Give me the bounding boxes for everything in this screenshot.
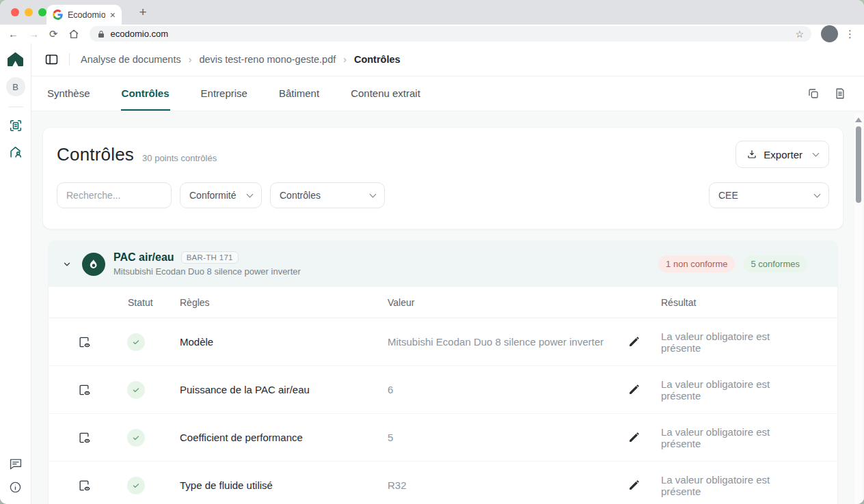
scrollbar-thumb[interactable] bbox=[856, 126, 861, 203]
rule-value: R32 bbox=[388, 479, 617, 491]
collapse-chevron-icon[interactable] bbox=[62, 260, 72, 269]
section-title: PAC air/eau bbox=[113, 251, 174, 264]
column-header-value: Valeur bbox=[388, 297, 617, 308]
check-icon bbox=[132, 338, 140, 346]
forward-icon[interactable]: → bbox=[29, 29, 39, 39]
cee-filter-select[interactable]: CEE bbox=[709, 182, 829, 208]
rule-result: La valeur obligatoire est présente bbox=[661, 426, 837, 449]
minimize-window-button[interactable] bbox=[25, 8, 33, 16]
conformity-filter-select[interactable]: Conformité bbox=[180, 182, 262, 208]
tab-controles[interactable]: Contrôles bbox=[121, 76, 170, 111]
edit-pencil-icon[interactable] bbox=[628, 384, 640, 395]
tab-synthese[interactable]: Synthèse bbox=[46, 76, 91, 111]
column-header-rule: Règles bbox=[158, 297, 388, 308]
edit-pencil-icon[interactable] bbox=[628, 336, 640, 348]
cee-filter-label: CEE bbox=[718, 190, 738, 201]
rule-value: 5 bbox=[388, 432, 617, 443]
ecodomio-logo[interactable] bbox=[7, 52, 24, 67]
rule-result: La valeur obligatoire est présente bbox=[661, 474, 837, 497]
zoom-window-button[interactable] bbox=[38, 8, 46, 16]
lock-icon bbox=[97, 30, 105, 38]
page-title: Contrôles bbox=[57, 144, 134, 165]
new-tab-button[interactable]: + bbox=[134, 3, 152, 21]
controls-card: Contrôles 30 points contrôlés Exporter C… bbox=[42, 127, 843, 229]
rule-value: 6 bbox=[388, 384, 617, 395]
copy-icon[interactable] bbox=[807, 87, 820, 100]
non-conform-badge: 1 non conforme bbox=[658, 255, 735, 272]
reload-icon[interactable]: ⟳ bbox=[49, 29, 58, 39]
controls-filter-label: Contrôles bbox=[280, 190, 321, 201]
view-in-document-icon[interactable] bbox=[77, 383, 91, 397]
google-favicon bbox=[53, 10, 63, 20]
bookmark-star-icon[interactable]: ☆ bbox=[795, 29, 804, 40]
breadcrumb-item-document[interactable]: devis test-reno mono-geste.pdf bbox=[199, 54, 336, 65]
chevron-down-icon bbox=[247, 191, 254, 198]
document-icon[interactable] bbox=[834, 87, 846, 100]
breadcrumb-item-analyse[interactable]: Analyse de documents bbox=[81, 54, 181, 65]
traffic-lights bbox=[11, 8, 46, 16]
controls-count: 30 points contrôlés bbox=[142, 153, 217, 163]
document-scan-icon bbox=[8, 118, 23, 133]
view-in-document-icon[interactable] bbox=[77, 431, 91, 445]
tab-contenu-extrait[interactable]: Contenu extrait bbox=[350, 76, 421, 111]
browser-window: Ecodomio × + ← → ⟳ ecodomio.com ☆ ⋮ B bbox=[0, 0, 864, 504]
close-window-button[interactable] bbox=[11, 8, 19, 16]
table-row: Modèle Mitsubishi Ecodan Duo 8 silence p… bbox=[49, 318, 837, 366]
edit-pencil-icon[interactable] bbox=[628, 479, 640, 491]
page-header: Analyse de documents › devis test-reno m… bbox=[31, 43, 864, 76]
rule-name: Type de fluide utilisé bbox=[158, 479, 388, 491]
chevron-down-icon bbox=[370, 191, 377, 198]
breadcrumb-item-current: Contrôles bbox=[354, 54, 401, 65]
browser-profile-avatar[interactable] bbox=[821, 25, 838, 42]
browser-tab[interactable]: Ecodomio × bbox=[46, 5, 122, 25]
scrollbar-up-arrow[interactable] bbox=[855, 117, 862, 122]
chat-icon bbox=[9, 458, 23, 471]
rule-name: Coefficient de performance bbox=[158, 432, 388, 443]
rule-name: Puissance de la PAC air/eau bbox=[158, 384, 388, 395]
sidebar-item-help[interactable] bbox=[9, 481, 22, 494]
tab-entreprise[interactable]: Entreprise bbox=[200, 76, 248, 111]
view-in-document-icon[interactable] bbox=[77, 479, 91, 492]
rule-result: La valeur obligatoire est présente bbox=[661, 378, 837, 402]
export-button[interactable]: Exporter bbox=[735, 141, 829, 168]
export-button-label: Exporter bbox=[764, 149, 802, 160]
sidebar-item-document-analysis[interactable] bbox=[8, 118, 23, 133]
status-conform-badge bbox=[127, 477, 145, 494]
status-conform-badge bbox=[127, 381, 145, 399]
table-header: Statut Règles Valeur Résultat bbox=[49, 287, 837, 318]
house-person-icon bbox=[8, 144, 23, 159]
view-in-document-icon[interactable] bbox=[77, 335, 91, 349]
back-icon[interactable]: ← bbox=[8, 29, 18, 39]
home-icon[interactable] bbox=[68, 29, 79, 40]
check-icon bbox=[132, 386, 140, 394]
breadcrumb-separator: › bbox=[343, 54, 347, 65]
column-header-status: Statut bbox=[114, 297, 158, 308]
user-avatar[interactable]: B bbox=[6, 77, 25, 96]
browser-menu-icon[interactable]: ⋮ bbox=[845, 28, 856, 40]
content-area: Contrôles 30 points contrôlés Exporter C… bbox=[31, 111, 864, 504]
search-input[interactable] bbox=[57, 182, 172, 208]
rule-result: La valeur obligatoire est présente bbox=[661, 331, 837, 354]
section-tabbar: Synthèse Contrôles Entreprise Bâtiment C… bbox=[31, 76, 864, 111]
sidebar-item-buildings[interactable] bbox=[8, 144, 23, 159]
pac-section-header[interactable]: PAC air/eau BAR-TH 171 Mitsubishi Ecodan… bbox=[49, 241, 837, 287]
tab-batiment[interactable]: Bâtiment bbox=[278, 76, 320, 111]
controls-filter-select[interactable]: Contrôles bbox=[270, 182, 385, 208]
download-icon bbox=[746, 149, 757, 160]
check-icon bbox=[132, 434, 140, 442]
tab-close-icon[interactable]: × bbox=[110, 10, 116, 20]
breadcrumb-separator: › bbox=[189, 54, 192, 65]
table-row: Type de fluide utilisé R32 La valeur obl… bbox=[49, 462, 837, 504]
table-row: Puissance de la PAC air/eau 6 La valeur … bbox=[49, 366, 837, 414]
url-text: ecodomio.com bbox=[111, 29, 169, 39]
sidebar-divider bbox=[8, 107, 23, 107]
sidebar-item-feedback[interactable] bbox=[9, 458, 23, 471]
vertical-scrollbar[interactable] bbox=[854, 113, 863, 504]
browser-tabstrip: Ecodomio × + bbox=[0, 0, 864, 25]
browser-tab-title: Ecodomio bbox=[68, 10, 105, 20]
edit-pencil-icon[interactable] bbox=[628, 432, 640, 443]
address-bar[interactable]: ecodomio.com ☆ bbox=[90, 26, 811, 42]
table-row: Coefficient de performance 5 La valeur o… bbox=[49, 414, 837, 462]
panel-toggle-icon[interactable] bbox=[45, 54, 58, 65]
chevron-down-icon bbox=[814, 191, 821, 198]
